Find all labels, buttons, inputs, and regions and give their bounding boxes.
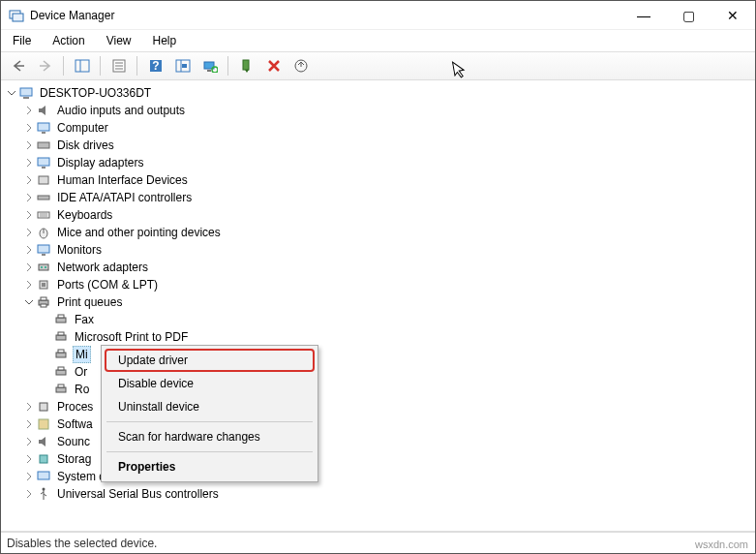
expand-icon[interactable] (22, 452, 36, 466)
svg-rect-54 (40, 455, 47, 463)
tree-root[interactable]: DESKTOP-UO336DT (5, 84, 755, 102)
properties-button[interactable] (107, 55, 130, 77)
ctx-update-driver[interactable]: Update driver (105, 349, 315, 372)
svg-point-56 (43, 488, 45, 491)
menu-view[interactable]: View (103, 32, 136, 49)
svg-rect-55 (38, 472, 49, 479)
printer-icon (53, 364, 69, 380)
audio-icon (36, 434, 51, 449)
ctx-disable-device[interactable]: Disable device (105, 372, 315, 395)
collapse-icon[interactable] (5, 86, 18, 100)
uninstall-button[interactable] (262, 55, 285, 77)
keyboard-icon (36, 207, 51, 223)
tree-item-mice[interactable]: Mice and other pointing devices (22, 224, 755, 241)
close-button[interactable]: ✕ (711, 1, 755, 30)
titlebar: Device Manager — ▢ ✕ (1, 1, 755, 30)
expand-icon[interactable] (22, 417, 36, 431)
svg-rect-25 (39, 176, 48, 184)
enable-button[interactable] (235, 55, 257, 77)
back-button[interactable] (7, 55, 29, 77)
expand-icon[interactable] (22, 470, 36, 483)
printer-icon (53, 312, 69, 327)
expand-icon[interactable] (22, 173, 36, 187)
forward-button[interactable] (34, 55, 56, 77)
window-title: Device Manager (30, 9, 621, 22)
menu-action[interactable]: Action (48, 32, 88, 49)
help-button[interactable]: ? (144, 55, 166, 77)
svg-rect-27 (38, 212, 49, 218)
audio-icon (36, 103, 51, 118)
svg-rect-12 (182, 64, 187, 68)
printer-icon (36, 294, 51, 310)
expand-icon[interactable] (22, 208, 36, 222)
expand-icon[interactable] (22, 261, 36, 274)
expand-icon[interactable] (22, 104, 36, 117)
svg-rect-16 (243, 60, 249, 70)
svg-rect-41 (41, 304, 46, 307)
update-driver-button[interactable] (289, 55, 312, 77)
usb-icon (36, 486, 51, 502)
svg-rect-14 (207, 70, 211, 72)
svg-rect-47 (58, 350, 64, 353)
ctx-uninstall-device[interactable]: Uninstall device (105, 395, 315, 418)
expand-icon[interactable] (22, 435, 36, 448)
status-text: Disables the selected device. (7, 537, 157, 550)
ctx-properties[interactable]: Properties (105, 455, 315, 478)
tree-item-hid[interactable]: Human Interface Devices (22, 171, 755, 189)
svg-rect-18 (20, 88, 32, 96)
expand-icon[interactable] (22, 121, 36, 135)
svg-point-35 (41, 266, 43, 268)
disk-icon (36, 138, 51, 153)
toolbar: ? (1, 51, 755, 80)
cpu-icon (36, 399, 51, 415)
menu-file[interactable]: File (9, 32, 35, 49)
svg-rect-20 (38, 123, 49, 131)
svg-rect-53 (39, 419, 48, 429)
svg-rect-33 (42, 254, 45, 256)
show-hide-tree-button[interactable] (71, 55, 93, 77)
tree-item-disk[interactable]: Disk drives (22, 137, 755, 154)
expand-icon[interactable] (22, 487, 36, 501)
svg-rect-24 (42, 167, 45, 169)
expand-icon[interactable] (22, 156, 36, 169)
expand-icon[interactable] (22, 243, 36, 257)
menubar: File Action View Help (1, 30, 755, 51)
tree-item-monitors[interactable]: Monitors (22, 241, 755, 259)
expand-icon[interactable] (22, 278, 36, 292)
scan-hardware-button[interactable] (198, 55, 221, 77)
tree-item-print-queues[interactable]: Print queues (22, 293, 755, 311)
monitor-icon (36, 242, 51, 258)
minimize-button[interactable]: — (621, 1, 666, 30)
menu-help[interactable]: Help (149, 32, 181, 49)
root-label[interactable]: DESKTOP-UO336DT (38, 85, 153, 101)
print-queue-fax[interactable]: Fax (40, 311, 755, 328)
expand-icon[interactable] (22, 400, 36, 414)
collapse-icon[interactable] (22, 295, 36, 309)
tree-item-usb[interactable]: Universal Serial Bus controllers (22, 485, 755, 503)
software-icon (36, 416, 51, 432)
svg-rect-19 (23, 97, 29, 99)
print-queue-ms-pdf[interactable]: Microsoft Print to PDF (40, 328, 755, 346)
svg-rect-22 (38, 142, 49, 148)
svg-rect-40 (41, 297, 46, 300)
tree-item-ide[interactable]: IDE ATA/ATAPI controllers (22, 189, 755, 206)
maximize-button[interactable]: ▢ (666, 1, 711, 30)
context-menu: Update driver Disable device Uninstall d… (101, 345, 318, 482)
expand-icon[interactable] (22, 191, 36, 204)
ctx-scan-hardware[interactable]: Scan for hardware changes (105, 425, 315, 448)
expand-icon[interactable] (22, 226, 36, 239)
tree-item-ports[interactable]: Ports (COM & LPT) (22, 276, 755, 293)
svg-rect-45 (58, 332, 64, 335)
device-tree[interactable]: DESKTOP-UO336DT Audio inputs and outputs… (1, 80, 755, 532)
expand-icon[interactable] (22, 138, 36, 152)
tree-item-display[interactable]: Display adapters (22, 154, 755, 171)
tree-item-network[interactable]: Network adapters (22, 259, 755, 276)
svg-text:?: ? (152, 59, 159, 73)
svg-rect-38 (42, 283, 45, 287)
toolbar-sep (100, 56, 101, 76)
svg-rect-43 (58, 315, 64, 318)
action-button[interactable] (171, 55, 194, 77)
tree-item-computer[interactable]: Computer (22, 119, 755, 137)
tree-item-audio[interactable]: Audio inputs and outputs (22, 102, 755, 119)
tree-item-keyboards[interactable]: Keyboards (22, 206, 755, 224)
